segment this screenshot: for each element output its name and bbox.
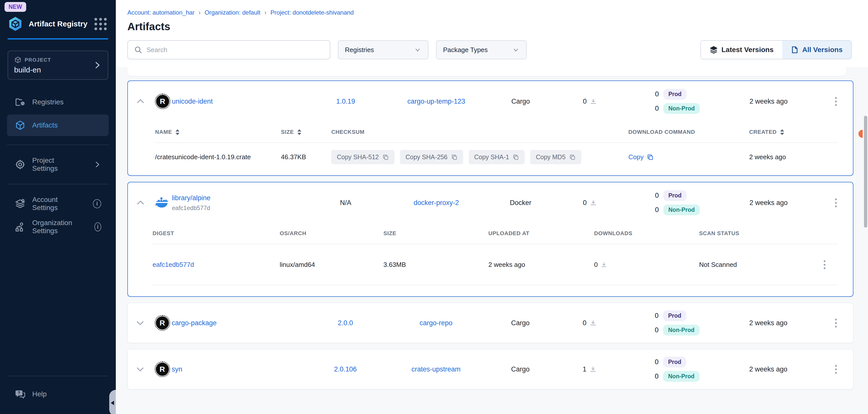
registries-filter-label: Registries — [345, 46, 414, 54]
app-switcher-grid-icon[interactable] — [94, 18, 107, 30]
sidebar-item-artifacts[interactable]: Artifacts — [7, 114, 109, 136]
sort-icon[interactable] — [176, 129, 180, 135]
latest-versions-toggle[interactable]: Latest Versions — [701, 41, 782, 59]
copy-icon — [382, 154, 389, 161]
artifact-name-link[interactable]: unicode-ident — [172, 98, 213, 105]
artifact-type: Cargo — [489, 98, 552, 105]
sidebar-item-project-settings[interactable]: Project Settings — [7, 154, 109, 175]
artifact-registry-link[interactable]: crates-upstream — [411, 366, 460, 373]
prod-badge: Prod — [663, 89, 686, 100]
collapse-chevron-up-icon[interactable] — [128, 97, 153, 106]
cargo-rust-icon: R — [153, 316, 172, 330]
copy-icon — [647, 154, 654, 161]
sidebar-item-help[interactable]: ? Help — [7, 383, 109, 405]
column-header-created: CREATED — [749, 129, 838, 135]
sidebar-item-account-settings[interactable]: Account Settings i — [7, 193, 109, 214]
sidebar-item-registries[interactable]: Registries — [7, 91, 109, 113]
cargo-rust-icon: R — [153, 95, 172, 108]
artifact-registry-link[interactable]: docker-proxy-2 — [413, 199, 459, 207]
project-name: build-en — [14, 66, 93, 74]
expand-chevron-down-icon[interactable] — [128, 365, 153, 374]
expand-chevron-down-icon[interactable] — [128, 318, 153, 328]
package-types-filter-dropdown[interactable]: Package Types — [436, 40, 527, 59]
vertical-scrollbar[interactable] — [864, 116, 867, 228]
artifact-card-syn: R syn 2.0.106 crates-upstream Cargo 1 0 — [127, 349, 854, 389]
sort-icon[interactable] — [297, 129, 301, 135]
page-header: Account: automation_har › Organization: … — [116, 0, 868, 33]
artifact-version-link[interactable]: 1.0.19 — [336, 98, 355, 105]
column-header-size: SIZE — [383, 230, 488, 237]
column-header-name: NAME — [155, 129, 281, 135]
registries-filter-dropdown[interactable]: Registries — [338, 40, 429, 59]
kebab-menu-icon[interactable] — [819, 363, 853, 376]
artifact-name-link[interactable]: syn — [172, 366, 182, 373]
artifact-row: library/alpine eafc1edb577d N/A docker-p… — [128, 182, 853, 220]
search-input[interactable] — [147, 46, 324, 54]
manifest-osarch: linux/amd64 — [280, 261, 383, 269]
copy-md5-button[interactable]: Copy MD5 — [530, 150, 581, 164]
help-chat-icon: ? — [14, 389, 26, 400]
artifact-registry-logo-icon — [7, 16, 23, 32]
artifact-card-library-alpine: library/alpine eafc1edb577d N/A docker-p… — [127, 182, 854, 297]
artifact-row: R syn 2.0.106 crates-upstream Cargo 1 0 — [128, 349, 853, 389]
copy-sha256-button[interactable]: Copy SHA-256 — [400, 150, 463, 164]
artifact-row: R unicode-ident 1.0.19 cargo-up-temp-123… — [128, 81, 853, 119]
collapse-chevron-up-icon[interactable] — [128, 198, 153, 207]
download-icon — [590, 366, 597, 373]
artifact-downloads-count: 0 — [583, 199, 587, 207]
column-header-digest: DIGEST — [153, 230, 280, 237]
artifact-updated: 2 weeks ago — [718, 199, 819, 207]
artifact-name-link[interactable]: library/alpine — [172, 194, 211, 202]
page-title: Artifacts — [127, 21, 851, 33]
artifact-updated: 2 weeks ago — [718, 366, 819, 373]
breadcrumb-project-link[interactable]: Project: donotdelete-shivanand — [270, 9, 354, 16]
nonprod-badge: Non-Prod — [663, 325, 700, 336]
column-header-checksum: CHECKSUM — [331, 129, 628, 135]
artifact-version-link[interactable]: 2.0.0 — [338, 319, 353, 327]
kebab-menu-icon[interactable] — [819, 95, 853, 108]
breadcrumb-org-link[interactable]: Organization: default — [205, 9, 260, 16]
sidebar-nav-tertiary: Account Settings i Organization Settings… — [7, 193, 109, 238]
sidebar-item-label: Organization Settings — [32, 219, 81, 235]
artifact-downloads-count: 0 — [583, 98, 587, 105]
sidebar-bottom: ? Help — [0, 367, 116, 414]
kebab-menu-icon[interactable] — [819, 196, 853, 210]
package-types-filter-label: Package Types — [443, 46, 512, 54]
artifact-downloads-count: 0 — [583, 319, 586, 327]
breadcrumb-account-link[interactable]: Account: automation_har — [127, 9, 195, 16]
artifact-name-link[interactable]: cargo-package — [172, 319, 217, 327]
download-icon — [590, 199, 597, 206]
sort-icon[interactable] — [780, 129, 784, 135]
sidebar-collapse-handle[interactable] — [109, 390, 116, 414]
manifest-subtable: DIGEST OS/ARCH SIZE UPLOADED AT DOWNLOAD… — [128, 220, 853, 296]
brand-row: Artifact Registry — [7, 16, 107, 32]
info-icon[interactable]: i — [94, 222, 101, 231]
artifact-updated: 2 weeks ago — [718, 98, 819, 105]
gear-icon — [14, 159, 26, 170]
files-subtable: NAME SIZE CHECKSUM DOWNLOAD COMMAND CREA… — [128, 119, 853, 175]
project-selector[interactable]: PROJECT build-en — [7, 50, 108, 80]
prod-badge: Prod — [663, 190, 686, 201]
artifact-registry-link[interactable]: cargo-up-temp-123 — [407, 98, 465, 105]
copy-icon — [451, 154, 458, 161]
manifest-downloads-count: 0 — [594, 261, 598, 269]
org-chart-gear-icon — [14, 221, 26, 232]
all-versions-label: All Versions — [802, 46, 843, 54]
kebab-menu-icon[interactable] — [811, 258, 838, 272]
nonprod-count: 0 — [653, 206, 659, 214]
all-versions-toggle[interactable]: All Versions — [782, 41, 851, 59]
info-icon[interactable]: i — [93, 199, 101, 208]
sidebar-item-organization-settings[interactable]: Organization Settings i — [7, 216, 109, 238]
digest-link[interactable]: eafc1edb577d — [153, 261, 194, 268]
copy-download-command-button[interactable]: Copy — [628, 153, 749, 161]
table-divider — [153, 285, 838, 285]
search-icon — [134, 45, 143, 54]
column-header-size: SIZE — [281, 129, 331, 135]
artifact-version-link[interactable]: 2.0.106 — [334, 366, 357, 373]
copy-sha1-button[interactable]: Copy SHA-1 — [469, 150, 525, 164]
artifact-type: Cargo — [489, 319, 552, 327]
artifact-card-unicode-ident: R unicode-ident 1.0.19 cargo-up-temp-123… — [127, 80, 854, 176]
kebab-menu-icon[interactable] — [819, 316, 853, 330]
copy-sha512-button[interactable]: Copy SHA-512 — [331, 150, 395, 164]
artifact-registry-link[interactable]: cargo-repo — [420, 319, 453, 327]
